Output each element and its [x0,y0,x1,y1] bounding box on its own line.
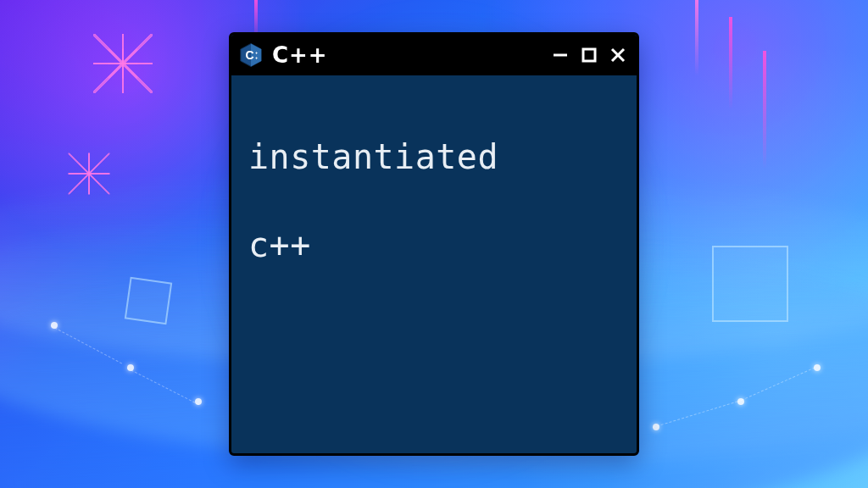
titlebar[interactable]: C + + C++ [231,35,637,75]
window-title: C++ [272,42,550,68]
close-button[interactable] [608,45,628,65]
svg-text:C: C [246,48,254,62]
cpp-icon: C + + [238,42,264,68]
minimize-button[interactable] [550,45,570,65]
content-line-2: c++ [248,223,620,267]
svg-rect-6 [583,49,595,61]
window-content: instantiated c++ [231,75,637,453]
window-controls [550,45,628,65]
maximize-button[interactable] [579,45,599,65]
app-window: C + + C++ instantiated c++ [229,32,639,456]
content-line-1: instantiated [248,135,620,179]
